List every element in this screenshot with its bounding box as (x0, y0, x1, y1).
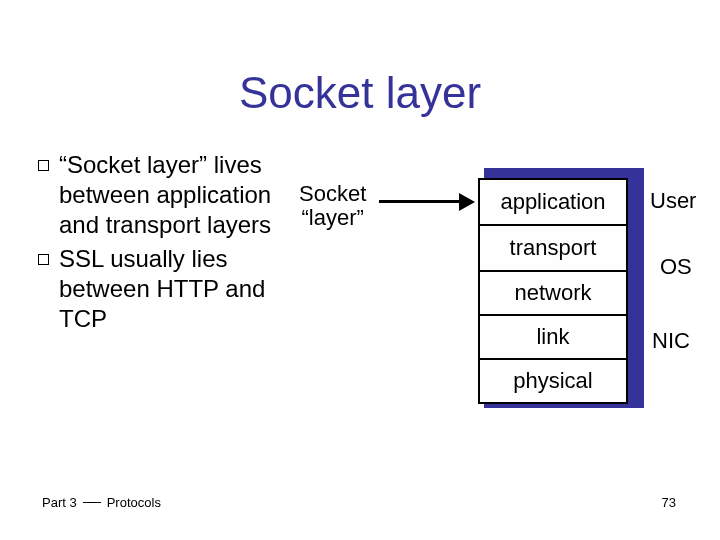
footer-section: Protocols (107, 495, 161, 510)
emdash-icon (83, 502, 101, 503)
slide-title: Socket layer (0, 68, 720, 118)
bullet-list: “Socket layer” lives between application… (38, 150, 293, 338)
bullet-icon (38, 160, 49, 171)
side-label-os: OS (660, 254, 692, 280)
layer-application: application (480, 180, 626, 226)
socket-layer-label: Socket “layer” (299, 182, 366, 230)
bullet-item: “Socket layer” lives between application… (38, 150, 293, 240)
footer-part: Part 3 (42, 495, 77, 510)
footer-left: Part 3 Protocols (42, 495, 161, 510)
layer-transport: transport (480, 226, 626, 272)
network-stack: application transport network link physi… (478, 178, 628, 404)
layer-network: network (480, 272, 626, 316)
layer-physical: physical (480, 360, 626, 404)
socket-layer-label-line2: “layer” (299, 206, 366, 230)
side-label-nic: NIC (652, 328, 690, 354)
bullet-text: “Socket layer” lives between application… (59, 150, 293, 240)
bullet-text: SSL usually lies between HTTP and TCP (59, 244, 293, 334)
socket-layer-label-line1: Socket (299, 182, 366, 206)
side-label-user: User (650, 188, 696, 214)
bullet-icon (38, 254, 49, 265)
arrow-icon (379, 198, 475, 206)
page-number: 73 (662, 495, 676, 510)
bullet-item: SSL usually lies between HTTP and TCP (38, 244, 293, 334)
layer-link: link (480, 316, 626, 360)
